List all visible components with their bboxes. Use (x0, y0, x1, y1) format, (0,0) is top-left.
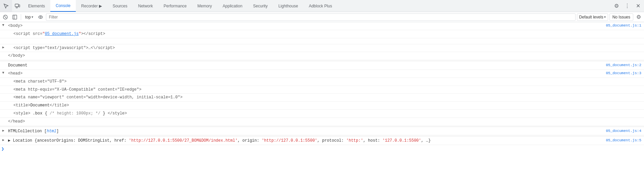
console-row-sep1 (0, 61, 644, 61)
device-icon-btn[interactable] (12, 0, 23, 12)
console-row-sep2 (0, 127, 644, 127)
tab-network[interactable]: Network (133, 0, 158, 12)
settings-icon-btn[interactable]: ⚙ (612, 1, 621, 11)
row-content: <script type="text/javascript">…<\/scrip… (7, 45, 644, 51)
row-content: <head> (7, 70, 606, 77)
tab-elements[interactable]: Elements (23, 0, 50, 12)
row-content: <meta http-equiv="X-UA-Compatible" conte… (7, 87, 644, 93)
row-content: <title>Document</title> (7, 102, 644, 109)
tab-security[interactable]: Security (248, 0, 273, 12)
svg-point-7 (39, 16, 43, 18)
console-toolbar: top ▾ Default levels ▾ No Issues ⚙ (0, 12, 644, 22)
row-content: <meta charset="UTF-8"> (7, 79, 644, 85)
row-expand-icon (0, 87, 7, 87)
row-expand-icon[interactable]: ▶ (0, 70, 7, 75)
close-devtools-btn[interactable]: ✕ (633, 1, 643, 11)
row-expand-icon (0, 79, 7, 79)
tab-console[interactable]: Console (50, 0, 76, 12)
console-row-row2: <script src="05_document.js"></script> (0, 30, 644, 38)
row-source-link[interactable]: 05_document.js:5 (606, 138, 644, 142)
console-caret[interactable]: ❯ (0, 145, 644, 152)
console-row-row13: </head> (0, 118, 644, 126)
svg-rect-2 (19, 5, 20, 7)
row-content: <script src="05_document.js"></script> (7, 31, 644, 37)
console-settings-btn[interactable]: ⚙ (635, 13, 643, 21)
levels-dropdown-icon: ▾ (604, 15, 606, 19)
default-levels-label: Default levels (579, 15, 603, 19)
inspect-icon-btn[interactable] (0, 0, 12, 12)
row-content: HTMLCollection [html] (7, 128, 606, 135)
more-icon-btn[interactable]: ⋮ (623, 1, 632, 11)
row-content: <style> .box { /* height: 1000px; */ } <… (7, 110, 644, 117)
console-output: ▶<body>05_document.js:1<script src="05_d… (0, 22, 644, 191)
tab-sources[interactable]: Sources (107, 0, 133, 12)
svg-line-4 (4, 16, 6, 18)
eye-icon-btn[interactable] (37, 13, 45, 21)
tab-bar: ElementsConsoleRecorder ▶SourcesNetworkP… (0, 0, 644, 12)
tab-items: ElementsConsoleRecorder ▶SourcesNetworkP… (23, 0, 337, 12)
row-expand-icon[interactable]: ▶ (0, 23, 7, 27)
filter-area[interactable] (46, 13, 576, 21)
no-issues-label: No Issues (612, 15, 630, 19)
console-row-row1: ▶<body>05_document.js:1 (0, 22, 644, 30)
context-label: top (25, 15, 31, 19)
svg-rect-1 (16, 7, 17, 8)
console-row-row9: <meta http-equiv="X-UA-Compatible" conte… (0, 86, 644, 94)
console-row-row7: ▶<head>05_document.js:3 (0, 70, 644, 78)
console-row-row11: <title>Document</title> (0, 102, 644, 110)
console-row-row10: <meta name="viewport" content="width=dev… (0, 94, 644, 102)
row-source-link[interactable]: 05_document.js:4 (606, 128, 644, 133)
tab-performance[interactable]: Performance (158, 0, 192, 12)
no-issues-btn[interactable]: No Issues (609, 13, 633, 21)
tab-recorder[interactable]: Recorder ▶ (76, 0, 107, 12)
svg-rect-0 (15, 4, 18, 7)
row-expand-icon (0, 110, 7, 111)
console-row-row14: ▶HTMLCollection [html]05_document.js:4 (0, 128, 644, 136)
console-row-row4: ▶<script type="text/javascript">…<\/scri… (0, 44, 644, 52)
row-content: Document (7, 62, 606, 69)
toolbar-divider-1 (21, 14, 21, 20)
context-dropdown-icon: ▾ (32, 15, 33, 19)
row-content (7, 39, 644, 40)
toggle-sidebar-btn[interactable] (11, 13, 19, 21)
row-source-link[interactable]: 05_document.js:3 (606, 70, 644, 75)
tab-bar-actions: ⚙ ⋮ ✕ (612, 0, 644, 12)
console-row-row3 (0, 38, 644, 44)
console-row-row6: Document05_document.js:2 (0, 62, 644, 70)
console-row-row5: </body> (0, 52, 644, 60)
default-levels-btn[interactable]: Default levels ▾ (577, 13, 608, 21)
tab-adblock[interactable]: Adblock Plus (304, 0, 337, 12)
tab-lighthouse[interactable]: Lighthouse (273, 0, 304, 12)
console-row-row8: <meta charset="UTF-8"> (0, 78, 644, 86)
tab-memory[interactable]: Memory (192, 0, 217, 12)
row-source-link[interactable]: 05_document.js:2 (606, 62, 644, 67)
row-expand-icon (0, 31, 7, 31)
row-expand-icon (0, 53, 7, 53)
row-expand-icon[interactable]: ▶ (0, 128, 7, 133)
row-content: </body> (7, 53, 644, 59)
tab-application[interactable]: Application (217, 0, 248, 12)
row-source-link[interactable]: 05_document.js:1 (606, 23, 644, 28)
console-row-row15: ▶▶ Location {ancestorOrigins: DOMStringL… (0, 137, 644, 145)
row-content: </head> (7, 118, 644, 125)
row-expand-icon (0, 39, 7, 39)
row-content: <body> (7, 23, 606, 29)
row-expand-icon[interactable]: ▶ (0, 45, 7, 49)
console-row-row12: <style> .box { /* height: 1000px; */ } <… (0, 110, 644, 118)
tab-list (0, 0, 23, 12)
svg-point-8 (40, 16, 41, 18)
context-selector[interactable]: top ▾ (23, 14, 35, 20)
row-expand-icon (0, 102, 7, 103)
row-expand-icon[interactable]: ▶ (0, 138, 7, 142)
row-content: ▶ Location {ancestorOrigins: DOMStringLi… (7, 138, 606, 144)
filter-input[interactable] (48, 15, 574, 19)
svg-rect-5 (13, 15, 17, 19)
console-row-sep3 (0, 136, 644, 136)
row-expand-icon (0, 94, 7, 95)
toolbar-right: Default levels ▾ No Issues ⚙ (577, 13, 643, 21)
clear-console-btn[interactable] (1, 13, 9, 21)
row-expand-icon (0, 62, 7, 63)
row-content: <meta name="viewport" content="width=dev… (7, 94, 644, 101)
row-expand-icon (0, 118, 7, 119)
